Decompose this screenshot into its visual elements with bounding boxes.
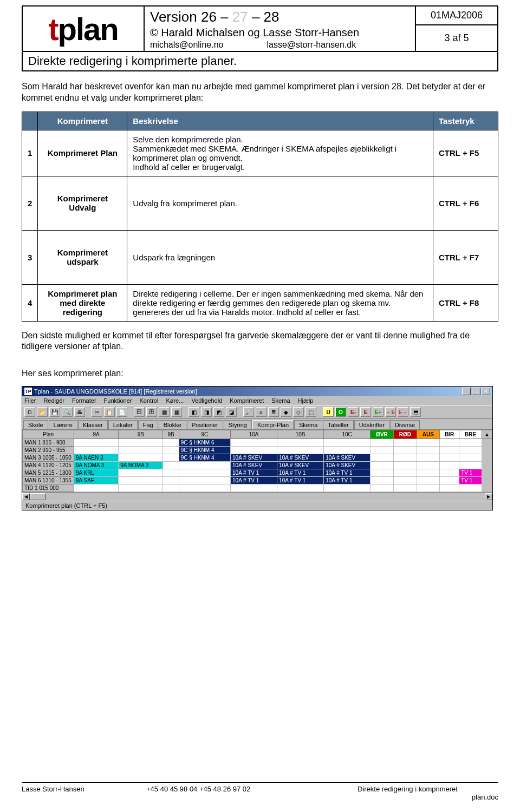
toolbar-button[interactable]: ←E xyxy=(385,407,396,417)
logo-t: t xyxy=(48,11,57,47)
menu-item[interactable]: Funktioner xyxy=(104,397,132,404)
toolbar-button[interactable]: 田 xyxy=(134,407,145,417)
toolbar-button[interactable]: ◩ xyxy=(213,407,224,417)
col-header[interactable]: BIR xyxy=(439,430,459,439)
new-icon[interactable]: 🗋 xyxy=(24,407,35,417)
col-header[interactable]: 10A xyxy=(231,430,277,439)
tab[interactable]: Lærere xyxy=(49,420,77,429)
toolbar-button[interactable]: ◪ xyxy=(226,407,237,417)
tab[interactable]: Positioner xyxy=(187,420,223,429)
open-icon[interactable]: 📂 xyxy=(37,407,48,417)
scroll-thumb[interactable] xyxy=(30,493,46,500)
menu-item[interactable]: Komprimeret xyxy=(230,397,264,404)
doc-date: 01MAJ2006 xyxy=(416,6,497,25)
toolbar-button[interactable]: ✂ xyxy=(92,407,102,417)
toolbar-button[interactable]: 📄 xyxy=(116,407,127,417)
col-header[interactable]: ØVR xyxy=(370,430,394,439)
toolbar-button[interactable]: ⬚ xyxy=(306,407,316,417)
toolbar-button[interactable]: ◆ xyxy=(281,407,291,417)
col-header[interactable]: 9B xyxy=(163,430,179,439)
toolbar-button[interactable]: ⬒ xyxy=(410,407,421,417)
menu-item[interactable]: Vedligehold xyxy=(191,397,222,404)
menu-item[interactable]: Køre... xyxy=(166,397,184,404)
toolbar-button[interactable]: U xyxy=(323,407,334,417)
toolbar-button[interactable]: ▦ xyxy=(159,407,170,417)
toolbar: 🗋 📂 💾 🔍 🖶 ✂ 📋 📄 田 田 ▦ ▦ ◧ ◨ ◩ ◪ 🔎 ≡ ≣ ◆ … xyxy=(22,405,492,419)
scroll-up-icon[interactable]: ▲ xyxy=(482,430,492,439)
th-desc: Beskrivelse xyxy=(127,112,433,130)
toolbar-button[interactable]: ◨ xyxy=(201,407,212,417)
app-screenshot: TP Tplan - SAUDA UNGDOMSSKOLE [914] [Reg… xyxy=(22,386,493,510)
email-1: michals@online.no xyxy=(150,40,223,50)
footer-right-2: plan.doc xyxy=(358,793,498,801)
print-icon[interactable]: 🖶 xyxy=(74,407,85,417)
tab[interactable]: Skema xyxy=(294,420,322,429)
col-header[interactable]: AUS xyxy=(417,430,440,439)
page-number: 3 af 5 xyxy=(416,25,497,51)
toolbar-button[interactable]: ▦ xyxy=(171,407,182,417)
table-row: 4 Komprimeret plan med direkte redigerin… xyxy=(22,284,498,321)
th-name: Komprimeret xyxy=(38,112,127,130)
scrollbar-h[interactable]: ◀ ▶ xyxy=(22,492,492,501)
menu-item[interactable]: Kontrol xyxy=(140,397,159,404)
toolbar-button[interactable]: ≡ xyxy=(256,407,266,417)
tab[interactable]: Klasser xyxy=(78,420,108,429)
grid-table[interactable]: Plan 9A 9B 9B 9C 10A 10B 10C ØVR RØD AUS… xyxy=(22,430,492,492)
app-icon: TP xyxy=(24,388,32,395)
scroll-right-icon[interactable]: ▶ xyxy=(485,493,492,500)
menu-item[interactable]: Hjælp xyxy=(298,397,314,404)
col-header[interactable]: RØD xyxy=(393,430,417,439)
doc-header: tplan Version 26 – 27 – 28 © Harald Mich… xyxy=(22,5,498,71)
tab[interactable]: Fag xyxy=(138,420,158,429)
tab[interactable]: Skole xyxy=(23,420,48,429)
col-header[interactable]: BRE xyxy=(459,430,482,439)
th-index xyxy=(22,112,38,130)
toolbar-button[interactable]: E- xyxy=(348,407,359,417)
toolbar-button[interactable]: 📋 xyxy=(104,407,115,417)
menu-item[interactable]: Redigér xyxy=(43,397,64,404)
intro-paragraph: Som Harald har beskrevet ovenfor kan man… xyxy=(22,81,498,104)
tab[interactable]: Udskrifter xyxy=(354,420,389,429)
col-header[interactable]: 9A xyxy=(74,430,119,439)
version-line: Version 26 – 27 – 28 xyxy=(150,9,410,25)
toolbar-button[interactable]: E xyxy=(360,407,371,417)
scrollbar-v[interactable] xyxy=(482,439,492,492)
tab[interactable]: Diverse xyxy=(390,420,420,429)
menu-item[interactable]: Skema xyxy=(271,397,290,404)
preview-icon[interactable]: 🔍 xyxy=(62,407,73,417)
after-table-paragraph: Den sidste mulighed er kommet til efter … xyxy=(22,330,498,353)
zoom-icon[interactable]: 🔎 xyxy=(243,407,254,417)
tab-active[interactable]: Kompr-Plan xyxy=(252,420,294,429)
table-row: 2 Komprimeret Udvalg Udvalg fra komprime… xyxy=(22,176,498,230)
minimize-button[interactable]: _ xyxy=(462,388,471,395)
tab[interactable]: Styring xyxy=(224,420,252,429)
grid-row: MAN 5 1215 - 1300 9A KRL 10A # TV 1 10A … xyxy=(23,469,492,477)
close-button[interactable]: ✕ xyxy=(482,388,490,395)
save-icon[interactable]: 💾 xyxy=(49,407,60,417)
toolbar-button[interactable]: ◇ xyxy=(293,407,304,417)
footer-right-1: Direkte redigering i komprimeret xyxy=(358,785,498,793)
menu-item[interactable]: Formater xyxy=(72,397,96,404)
col-header[interactable]: 10C xyxy=(324,430,370,439)
footer-left: Lasse Storr-Hansen xyxy=(22,785,146,801)
col-header[interactable]: 9B xyxy=(119,430,163,439)
toolbar-button[interactable]: O xyxy=(335,407,346,417)
toolbar-button[interactable]: 田 xyxy=(146,407,157,417)
tab[interactable]: Blokke xyxy=(159,420,186,429)
col-header[interactable]: 10B xyxy=(277,430,324,439)
table-row: 1 Komprimeret Plan Selve den komprimered… xyxy=(22,130,498,176)
toolbar-button[interactable]: ≣ xyxy=(268,407,279,417)
grid-row: MAN 2 910 - 955 9C § HKNM 4 xyxy=(23,447,492,454)
tab[interactable]: Tabeller xyxy=(323,420,354,429)
toolbar-button[interactable]: E→ xyxy=(398,407,408,417)
col-header[interactable]: Plan xyxy=(23,430,74,439)
menu-item[interactable]: Filer xyxy=(24,397,36,404)
maximize-button[interactable]: □ xyxy=(472,388,480,395)
toolbar-button[interactable]: ◧ xyxy=(188,407,199,417)
tab[interactable]: Lokaler xyxy=(108,420,138,429)
titlebar[interactable]: TP Tplan - SAUDA UNGDOMSSKOLE [914] [Reg… xyxy=(22,387,492,396)
toolbar-button[interactable]: E+ xyxy=(373,407,384,417)
col-header[interactable]: 9C xyxy=(179,430,230,439)
grid-row: TID 1 015 000 xyxy=(23,484,492,492)
scroll-left-icon[interactable]: ◀ xyxy=(22,493,30,500)
